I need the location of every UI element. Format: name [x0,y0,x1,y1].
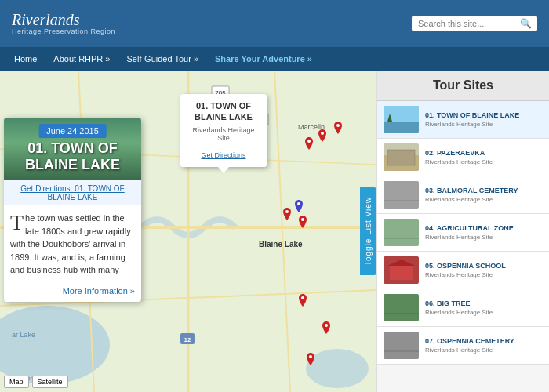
tour-site-thumbnail [384,256,419,284]
svg-rect-10 [180,333,195,344]
logo-text: Riverlands [12,12,115,27]
map-popup-subtitle: Riverlands Heritage Site [187,126,260,142]
map-pin-8[interactable] [322,321,331,334]
tour-site-thumbnail [384,294,419,321]
map-pin-7[interactable] [298,294,307,307]
tour-site-name: 02. PAZERAEVKA [425,149,543,158]
tour-site-item[interactable]: 04. AGRICULTURAL ZONERiverlands Heritage… [377,214,549,252]
tour-sites-list: 01. TOWN OF BLAINE LAKERiverlands Herita… [377,101,549,365]
tour-site-name: 06. BIG TREE [425,299,543,309]
svg-point-2 [0,306,110,384]
svg-point-22 [336,124,340,127]
more-info-link[interactable]: More Information » [4,283,141,302]
tour-site-item[interactable]: 03. BALMORAL CEMETERYRiverlands Heritage… [377,176,549,214]
map-popup-get-directions[interactable]: Get Directions [201,151,245,159]
map-controls: Map Satellite [4,376,68,388]
tour-site-info: 07. OSPENNIA CEMETERYRiverlands Heritage… [425,337,543,354]
svg-text:ar Lake: ar Lake [12,331,35,339]
tour-site-item[interactable]: 05. OSPENNIA SCHOOLRiverlands Heritage S… [377,252,549,289]
tour-site-item[interactable]: 07. OSPENNIA CEMETERYRiverlands Heritage… [377,327,549,365]
tour-site-info: 03. BALMORAL CEMETERYRiverlands Heritage… [425,187,543,203]
svg-rect-39 [390,227,413,242]
tour-site-subname: Riverlands Heritage Site [425,234,543,241]
logo-area: Riverlands Heritage Preservation Region [12,12,115,35]
tour-site-info: 01. TOWN OF BLAINE LAKERiverlands Herita… [425,111,543,128]
tour-site-name: 03. BALMORAL CEMETERY [425,187,543,196]
svg-rect-30 [384,122,419,133]
main: 12 785 785 Blaine Lake Marcelin ar Lake … [0,71,549,392]
satellite-view-button[interactable]: Satellite [32,376,68,388]
svg-rect-47 [390,339,413,355]
map-panel: 12 785 785 Blaine Lake Marcelin ar Lake … [0,71,376,392]
toggle-list-view-button[interactable]: Toggle List View [360,187,376,275]
svg-rect-42 [390,266,413,280]
tour-site-name: 04. AGRICULTURAL ZONE [425,224,543,234]
tour-site-item[interactable]: 01. TOWN OF BLAINE LAKERiverlands Herita… [377,101,549,139]
svg-line-8 [274,71,290,392]
tour-site-info: 06. BIG TREERiverlands Heritage Site [425,299,543,316]
tour-site-subname: Riverlands Heritage Site [425,271,543,278]
tour-sites-header: Tour Sites [377,71,549,101]
tour-site-thumbnail [384,219,419,246]
tour-site-info: 02. PAZERAEVKARiverlands Heritage Site [425,149,543,165]
svg-point-3 [306,349,369,388]
tour-site-subname: Riverlands Heritage Site [425,309,543,316]
tour-site-thumbnail [384,332,419,359]
info-card-image: June 24 2015 01. TOWN OF BLAINE LAKE [4,118,141,180]
svg-point-26 [301,296,304,299]
tour-site-thumbnail [384,106,419,133]
svg-rect-36 [390,189,413,205]
search-icon: 🔍 [520,18,532,29]
map-pin-2[interactable] [318,129,327,142]
map-pin-6[interactable] [294,200,304,212]
tour-site-item[interactable]: 02. PAZERAEVKARiverlands Heritage Site [377,139,549,176]
svg-text:12: 12 [184,336,191,343]
map-view-button[interactable]: Map [4,376,29,388]
tour-site-name: 05. OSPENNIA SCHOOL [425,262,543,271]
tour-site-item[interactable]: 06. BIG TREERiverlands Heritage Site [377,289,549,327]
search-input[interactable] [418,19,520,28]
search-bar[interactable]: 🔍 [412,16,537,31]
tour-site-name: 01. TOWN OF BLAINE LAKE [425,111,543,121]
map-pin-9[interactable] [306,353,315,365]
map-pin-1[interactable] [304,137,314,150]
logo-subtitle: Heritage Preservation Region [12,27,115,35]
svg-point-27 [325,324,328,327]
tour-site-info: 05. OSPENNIA SCHOOLRiverlands Heritage S… [425,262,543,278]
svg-text:Blaine Lake: Blaine Lake [259,240,303,249]
map-pin-4[interactable] [282,208,292,220]
nav-item-about[interactable]: About RHPR » [47,51,116,67]
get-directions-card-link[interactable]: Get Directions: 01. TOWN OF BLAINE LAKE [4,180,141,205]
map-area[interactable]: 12 785 785 Blaine Lake Marcelin ar Lake … [0,71,376,392]
svg-point-23 [285,210,289,213]
svg-point-21 [321,132,324,135]
nav-item-adventure[interactable]: Share Your Adventure » [209,51,318,67]
tour-site-subname: Riverlands Heritage Site [425,196,543,203]
svg-point-24 [301,218,304,221]
header: Riverlands Heritage Preservation Region … [0,0,549,47]
tour-site-subname: Riverlands Heritage Site [425,158,543,165]
tour-site-thumbnail [384,143,419,171]
svg-point-20 [307,140,311,143]
svg-point-28 [309,355,312,358]
svg-rect-44 [390,302,413,318]
tour-sites-panel: Tour Sites 01. TOWN OF BLAINE LAKERiverl… [376,71,549,392]
nav: Home About RHPR » Self-Guided Tour » Sha… [0,47,549,71]
card-description: T he town was settled in the late 1800s … [4,205,141,283]
map-popup: 01. TOWN OF BLAINE LAKE Riverlands Herit… [180,94,267,167]
description-text: he town was settled in the late 1800s an… [10,213,131,274]
card-title: 01. TOWN OF BLAINE LAKE [4,140,141,174]
map-popup-title: 01. TOWN OF BLAINE LAKE [187,100,260,123]
nav-item-tour[interactable]: Self-Guided Tour » [121,51,205,67]
drop-cap: T [10,212,24,234]
date-badge: June 24 2015 [38,124,107,138]
tour-site-thumbnail [384,181,419,209]
map-pin-3[interactable] [333,122,343,134]
tour-site-subname: Riverlands Heritage Site [425,121,543,128]
nav-item-home[interactable]: Home [8,51,43,67]
tour-site-name: 07. OSPENNIA CEMETERY [425,337,543,347]
info-card: June 24 2015 01. TOWN OF BLAINE LAKE Get… [4,118,141,302]
map-pin-5[interactable] [298,216,307,228]
map-popup-arrow [218,167,229,173]
tour-site-subname: Riverlands Heritage Site [425,347,543,354]
